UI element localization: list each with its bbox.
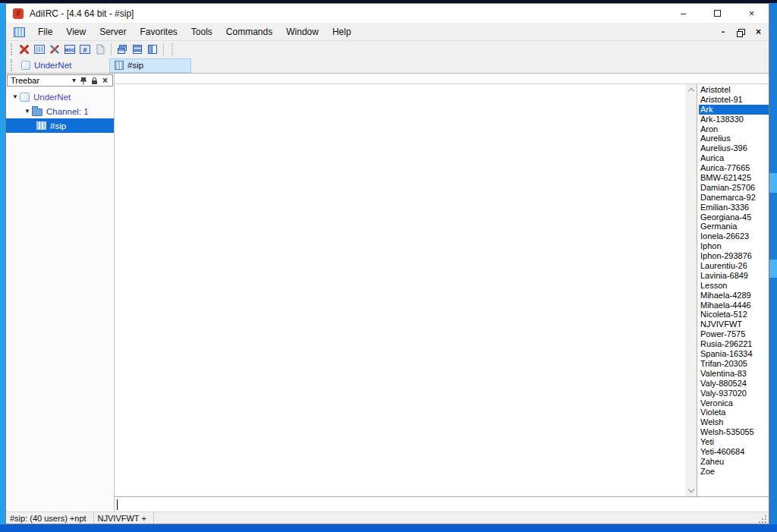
minimize-button[interactable]: – <box>666 4 700 23</box>
user-list-item[interactable]: Nicoleta-512 <box>699 310 769 320</box>
user-list-item[interactable]: Rusia-296221 <box>699 339 769 349</box>
user-list-item[interactable]: Power-7575 <box>699 329 769 339</box>
lock-icon[interactable] <box>91 77 98 85</box>
tab-label: UnderNet <box>34 61 71 70</box>
user-list-item[interactable]: Welsh <box>699 417 769 427</box>
user-list-item[interactable]: Valy-880524 <box>699 379 769 389</box>
menu-item[interactable]: Window <box>279 24 326 39</box>
menu-item[interactable]: Server <box>93 24 133 39</box>
scroll-up-icon[interactable] <box>687 88 694 94</box>
user-list-item[interactable]: Iphon <box>699 241 769 251</box>
treebar-header: Treebar ▾ × <box>7 74 113 87</box>
user-list-item[interactable]: Veronica <box>699 398 769 408</box>
user-list-item[interactable]: Germania <box>699 222 769 231</box>
pin-icon[interactable] <box>80 77 87 85</box>
tile-horizontal-icon <box>131 43 143 55</box>
user-list-item[interactable]: BMW-621425 <box>699 173 769 183</box>
menu-item[interactable]: Tools <box>184 24 219 39</box>
user-list-item[interactable]: Aurelius <box>699 134 769 143</box>
chat-area[interactable] <box>115 84 685 496</box>
user-list-item[interactable]: Lavinia-6849 <box>699 271 769 281</box>
user-list-item[interactable]: Aurica <box>699 153 769 163</box>
window-title: AdiIRC - [4.4 64 bit - #sip] <box>30 8 134 19</box>
user-list-item[interactable]: Zoe <box>699 467 769 477</box>
mdi-minimize-button[interactable]: - <box>722 28 725 36</box>
expand-arrow-icon[interactable]: ▼ <box>23 108 32 115</box>
user-list-item[interactable]: Laurentiu-26 <box>699 261 769 271</box>
tree-item-label: Channel: 1 <box>46 107 89 116</box>
user-list-item[interactable]: Violeta <box>699 408 769 417</box>
cascade-windows-icon <box>116 43 128 55</box>
user-list-item[interactable]: Yeti <box>699 437 769 447</box>
app-icon: # <box>13 8 24 19</box>
maximize-button[interactable] <box>700 4 735 23</box>
server-window-button[interactable] <box>32 42 47 57</box>
chevron-down-icon[interactable]: ▾ <box>72 77 76 84</box>
cascade-windows-button[interactable] <box>115 42 130 57</box>
close-button[interactable]: × <box>735 4 769 23</box>
disconnect-button[interactable] <box>17 42 32 57</box>
scripts-button[interactable] <box>93 42 108 57</box>
tree-item-sip[interactable]: #sip <box>6 118 114 133</box>
user-list-item[interactable]: Lesson <box>699 281 769 291</box>
message-input[interactable] <box>115 496 769 512</box>
user-list-item[interactable]: Danemarca-92 <box>699 193 769 203</box>
menu-item[interactable]: View <box>59 24 93 39</box>
toolbar-grip[interactable] <box>11 43 13 55</box>
options-button[interactable] <box>47 42 62 57</box>
user-list-item[interactable]: Aristotel-91 <box>699 95 769 105</box>
scroll-down-icon[interactable] <box>687 486 694 493</box>
desktop-artifact <box>769 173 777 193</box>
menu-item[interactable]: Commands <box>219 24 279 39</box>
user-list-item[interactable]: Spania-16334 <box>699 349 769 359</box>
user-list-item[interactable]: Trifan-20305 <box>699 359 769 369</box>
adiirc-window: # AdiIRC - [4.4 64 bit - #sip] – × FileV… <box>5 3 769 524</box>
user-list-item[interactable]: Ark <box>699 105 769 115</box>
tab-sip[interactable]: #sip <box>109 58 191 73</box>
scripts-icon <box>94 43 106 55</box>
mdi-restore-button[interactable] <box>737 29 744 36</box>
tile-vertical-button[interactable] <box>145 42 160 57</box>
desktop-edge-left <box>0 3 5 524</box>
tree-item-undernet[interactable]: ▼ UnderNet <box>6 90 114 104</box>
menu-item[interactable]: File <box>31 24 59 39</box>
mdi-close-button[interactable]: × <box>756 28 761 36</box>
window-controls: – × <box>666 4 769 23</box>
resize-grip[interactable] <box>759 515 766 523</box>
server-window-icon <box>33 43 46 55</box>
user-list-item[interactable]: NJVIVFWT <box>699 320 769 329</box>
menu-item[interactable]: Favorites <box>133 24 184 39</box>
user-list-item[interactable]: Aurelius-396 <box>699 143 769 153</box>
tab-undernet[interactable]: UnderNet <box>17 58 99 73</box>
close-icon[interactable]: × <box>102 77 108 84</box>
messages-button[interactable]: MSG <box>62 42 77 57</box>
user-list-item[interactable]: Damian-25706 <box>699 183 769 193</box>
user-list-item[interactable]: Ionela-26623 <box>699 231 769 241</box>
tree-item-channel-group[interactable]: ▼ Channel: 1 <box>6 104 114 118</box>
tree-item-label: #sip <box>50 121 66 131</box>
user-list-item[interactable]: Mihaela-4289 <box>699 291 769 301</box>
toolbar-grip[interactable] <box>171 43 174 55</box>
expand-arrow-icon[interactable]: ▼ <box>11 93 20 100</box>
user-list-item[interactable]: Aron <box>699 124 769 134</box>
user-list-item[interactable]: Georgiana-45 <box>699 212 769 222</box>
user-list-item[interactable]: Emilian-3336 <box>699 203 769 212</box>
user-list-item[interactable]: Valy-937020 <box>699 389 769 398</box>
main-area: Treebar ▾ × ▼ UnderNet <box>6 74 769 512</box>
user-list-item[interactable]: Iphon-293876 <box>699 251 769 261</box>
user-list-item[interactable]: Aristotel <box>699 85 769 95</box>
user-list-item[interactable]: Welsh-535055 <box>699 427 769 437</box>
tile-horizontal-button[interactable] <box>130 42 145 57</box>
tabbar-grip[interactable] <box>11 59 13 71</box>
user-list-item[interactable]: Aurica-77665 <box>699 163 769 173</box>
treebar-tree: ▼ UnderNet ▼ Channel: 1 #sip <box>6 87 114 133</box>
user-list-item[interactable]: Valentina-83 <box>699 369 769 379</box>
menu-item[interactable]: Help <box>326 24 358 39</box>
channel-window-top <box>115 74 769 84</box>
user-list-item[interactable]: Yeti-460684 <box>699 447 769 457</box>
chat-scrollbar[interactable] <box>685 84 697 496</box>
user-list-item[interactable]: Ark-138330 <box>699 115 769 124</box>
user-list-item[interactable]: Zaheu <box>699 457 769 467</box>
channels-button[interactable]: # <box>77 42 93 57</box>
user-list-item[interactable]: Mihaela-4446 <box>699 301 769 310</box>
